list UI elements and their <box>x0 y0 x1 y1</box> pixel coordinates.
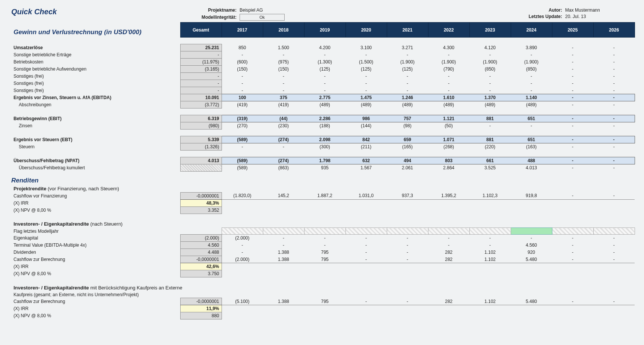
year-cell[interactable]: - <box>552 87 593 94</box>
year-cell[interactable]: - <box>469 87 511 94</box>
year-cell[interactable]: (274) <box>263 157 304 164</box>
year-cell[interactable]: - <box>552 235 593 242</box>
year-cell[interactable]: 842 <box>345 136 387 143</box>
year-cell[interactable]: - <box>511 87 552 94</box>
year-cell[interactable]: - <box>304 87 345 94</box>
year-cell[interactable]: - <box>511 73 552 80</box>
year-cell[interactable]: (125) <box>387 66 428 73</box>
year-cell[interactable]: (5.100) <box>222 298 263 305</box>
year-cell[interactable]: 375 <box>263 94 304 101</box>
year-cell[interactable]: 850 <box>222 44 263 51</box>
year-cell[interactable]: - <box>552 298 593 305</box>
year-cell[interactable]: (419) <box>222 101 263 108</box>
year-cell[interactable]: (300) <box>304 143 345 151</box>
year-cell[interactable]: - <box>345 73 387 80</box>
year-cell[interactable]: 2.864 <box>428 164 469 172</box>
year-cell[interactable]: (975) <box>263 59 304 66</box>
year-cell[interactable]: 881 <box>469 136 511 143</box>
year-cell[interactable]: 3.890 <box>511 44 552 51</box>
year-cell[interactable]: (274) <box>263 136 304 143</box>
year-cell[interactable]: (268) <box>428 143 469 151</box>
year-cell[interactable]: - <box>345 256 387 263</box>
year-cell[interactable]: - <box>552 101 593 108</box>
year-cell[interactable]: - <box>552 157 593 164</box>
year-cell[interactable]: 1.102,3 <box>469 192 511 199</box>
year-cell[interactable]: (1.300) <box>304 59 345 66</box>
gesamt-cell[interactable]: 5.339 <box>180 136 222 143</box>
year-cell[interactable]: 659 <box>387 136 428 143</box>
year-cell[interactable]: - <box>552 73 593 80</box>
year-cell[interactable]: - <box>304 51 345 59</box>
year-cell[interactable]: 795 <box>304 298 345 305</box>
gesamt-cell[interactable]: 6.319 <box>180 115 222 122</box>
year-cell[interactable]: 282 <box>428 256 469 263</box>
year-cell[interactable]: 1.102 <box>469 249 511 256</box>
year-cell[interactable]: 100 <box>222 94 263 101</box>
year-cell[interactable]: 1.388 <box>263 298 304 305</box>
year-cell[interactable]: 1.031,0 <box>345 192 387 199</box>
year-cell[interactable]: (98) <box>387 122 428 130</box>
year-cell[interactable]: (1.820,0) <box>222 192 263 199</box>
gesamt-cell[interactable]: 10.091 <box>180 94 222 101</box>
year-cell[interactable]: - <box>263 143 304 151</box>
gesamt-cell[interactable]: (1.326) <box>180 143 222 151</box>
gesamt-cell[interactable]: 880 <box>180 312 222 319</box>
year-cell[interactable]: - <box>511 80 552 87</box>
year-cell[interactable]: 651 <box>511 136 552 143</box>
year-cell[interactable]: - <box>593 157 635 164</box>
year-cell[interactable]: 5.480 <box>511 298 552 305</box>
year-cell[interactable]: - <box>469 80 511 87</box>
year-cell[interactable]: 632 <box>345 157 387 164</box>
year-cell[interactable]: 1.388 <box>263 256 304 263</box>
year-cell[interactable]: - <box>345 242 387 249</box>
year-cell[interactable]: - <box>345 87 387 94</box>
year-cell[interactable]: 935 <box>304 164 345 172</box>
year-cell[interactable]: - <box>593 143 635 151</box>
year-cell[interactable]: 1.102 <box>469 256 511 263</box>
year-cell[interactable]: - <box>222 249 263 256</box>
year-cell[interactable]: - <box>345 80 387 87</box>
year-cell[interactable]: (50) <box>428 122 469 130</box>
year-cell[interactable]: - <box>593 51 635 59</box>
gesamt-cell[interactable]: - <box>180 80 222 87</box>
year-cell[interactable]: (850) <box>511 66 552 73</box>
year-cell[interactable]: 1.610 <box>428 94 469 101</box>
year-cell[interactable]: 881 <box>469 115 511 122</box>
year-cell[interactable]: - <box>428 80 469 87</box>
year-cell[interactable]: - <box>345 235 387 242</box>
year-cell[interactable]: (489) <box>304 101 345 108</box>
year-cell[interactable]: - <box>593 66 635 73</box>
year-cell[interactable]: (163) <box>511 143 552 151</box>
year-cell[interactable]: - <box>552 143 593 151</box>
year-cell[interactable]: - <box>593 136 635 143</box>
year-cell[interactable]: - <box>593 80 635 87</box>
year-cell[interactable]: 3.271 <box>387 44 428 51</box>
year-cell[interactable]: - <box>428 51 469 59</box>
gesamt-cell[interactable] <box>180 164 222 172</box>
year-cell[interactable]: 4.120 <box>469 44 511 51</box>
year-cell[interactable]: 661 <box>469 157 511 164</box>
year-cell[interactable]: 488 <box>511 157 552 164</box>
year-cell[interactable]: - <box>263 73 304 80</box>
year-cell[interactable]: (2.000) <box>222 235 263 242</box>
year-cell[interactable]: 4.300 <box>428 44 469 51</box>
year-cell[interactable]: (125) <box>304 66 345 73</box>
year-cell[interactable]: 1.370 <box>469 94 511 101</box>
year-cell[interactable]: - <box>511 235 552 242</box>
year-cell[interactable]: - <box>552 115 593 122</box>
year-cell[interactable]: - <box>511 51 552 59</box>
year-cell[interactable]: - <box>552 249 593 256</box>
year-cell[interactable]: 1.887,2 <box>304 192 345 199</box>
gesamt-cell[interactable]: 3.352 <box>180 206 222 214</box>
year-cell[interactable]: - <box>304 80 345 87</box>
year-cell[interactable]: - <box>552 242 593 249</box>
year-cell[interactable]: 1.246 <box>387 94 428 101</box>
gesamt-cell[interactable]: -0,0000001 <box>180 192 222 199</box>
year-cell[interactable]: - <box>552 51 593 59</box>
year-cell[interactable]: - <box>593 44 635 51</box>
year-cell[interactable]: (319) <box>222 115 263 122</box>
year-cell[interactable]: - <box>428 242 469 249</box>
year-cell[interactable]: 1.500 <box>263 44 304 51</box>
year-cell[interactable]: - <box>593 249 635 256</box>
year-cell[interactable]: - <box>593 101 635 108</box>
